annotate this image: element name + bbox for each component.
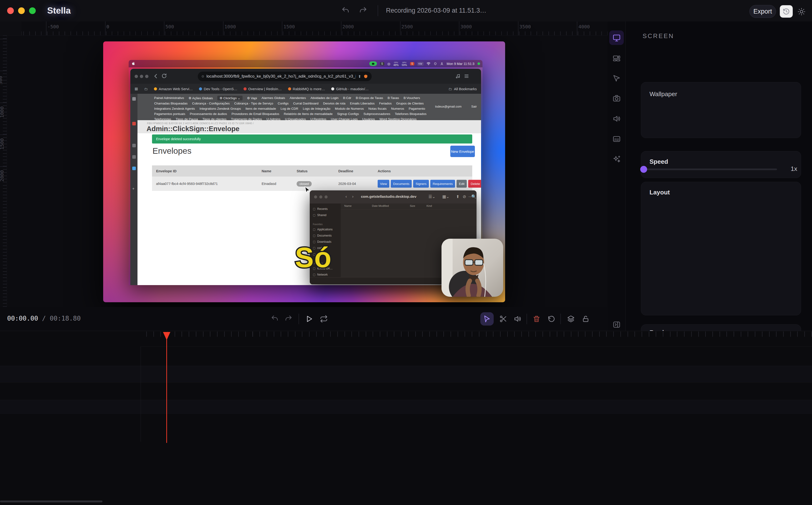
browser-reload-icon[interactable] [161,73,167,79]
redo-icon[interactable] [359,6,367,15]
finder-sidebar-item[interactable]: ▢Applications [313,228,333,231]
admin-nav-link[interactable]: ⚙ Ações Globais [189,96,213,100]
admin-nav-link[interactable]: Chamadas Bloqueadas [154,102,188,105]
side-shortcut-icon[interactable] [132,144,136,147]
all-bookmarks[interactable]: 🗀All Bookmarks [448,87,477,91]
close-traffic-light[interactable] [7,7,14,14]
layers-icon[interactable] [565,313,577,325]
search-icon[interactable]: 🔍 [471,194,476,199]
undo-icon[interactable] [341,6,350,15]
finder-forward-icon[interactable]: › [352,194,354,199]
admin-nav-link[interactable]: Processamento de áudios [190,112,227,116]
admin-nav-link[interactable]: Provedores de Email Bloqueados [232,112,279,116]
media-control-icon[interactable] [455,73,461,79]
admin-nav-link[interactable]: Log de CDR [281,107,298,111]
admin-nav-link[interactable]: Atendentes [290,96,306,100]
finder-column-header[interactable]: Name [344,204,352,207]
finder-share-icon[interactable]: ⬆ [456,194,459,199]
share-icon[interactable]: ⬆ [358,74,361,79]
side-shortcut-icon[interactable] [132,167,136,170]
camera-panel-icon[interactable] [609,91,624,106]
document-title[interactable]: Recording 2026-03-09 at 11.51.3… [386,7,486,14]
webcam-overlay[interactable] [442,239,503,297]
export-button[interactable]: Export [749,5,776,18]
cursor-panel-icon[interactable] [609,71,624,86]
timeline-redo-icon[interactable] [283,313,294,325]
list-view-icon[interactable]: ☰⌄ [428,194,435,199]
tag-icon[interactable]: ⊘ [463,194,466,199]
admin-nav-link[interactable]: Itens de mensalidade [245,107,276,111]
admin-nav-link[interactable]: ⚙ Vapi [247,96,257,100]
select-tool-button[interactable] [480,312,494,326]
zoom-traffic-light[interactable] [29,7,36,14]
loop-button[interactable] [318,313,330,325]
sidepanel-icon[interactable] [132,97,136,101]
timeline-ruler[interactable] [141,331,812,347]
lock-icon[interactable] [580,313,591,325]
audio-panel-icon[interactable] [609,111,624,126]
finder-file-row[interactable] [342,211,476,217]
finder-back-icon[interactable]: ‹ [345,194,347,199]
admin-nav-link[interactable]: Atividades de Login [311,96,339,100]
admin-nav-link[interactable]: Painel Administrativo [154,96,184,100]
browser-back-icon[interactable] [153,73,159,79]
finder-column-header[interactable]: Size [410,204,415,207]
bookmark-item[interactable]: Dev Tools - OpenS… [199,87,237,91]
finder-sidebar-item[interactable]: ▢Recents [313,207,328,211]
history-button[interactable] [780,5,793,18]
bookmark-folder-icon[interactable]: 🗀 [144,87,148,91]
browser-menu-icon[interactable] [464,73,469,79]
video-preview[interactable]: S ◎ CPU48% GPU59% S KM Mon 9 Mar 11:51:3 [103,41,505,302]
play-button[interactable] [303,313,315,325]
bookmark-item[interactable]: Overview | RedisIn… [243,87,282,91]
action-button-delete[interactable]: Delete [468,180,481,188]
finder-sidebar-item[interactable]: ▢Shared [313,213,326,217]
side-shortcut-icon[interactable] [132,122,136,126]
admin-nav-link[interactable]: Integrations Zendesk Groups [200,107,241,111]
side-add-icon[interactable]: + [132,187,136,190]
admin-nav-link[interactable]: Subprocessadores [364,112,390,116]
effects-panel-icon[interactable] [609,152,624,166]
side-shortcut-icon[interactable] [132,155,136,159]
admin-nav-link[interactable]: Notas fiscais [368,107,387,111]
url-bar[interactable]: localhost:3000/fb9_fpw8co_ke_bj0y30_ek_2… [198,71,372,81]
action-button-view[interactable]: View [378,180,389,188]
admin-nav-link[interactable]: Signup Configs [337,112,359,116]
admin-nav-link[interactable]: Logs de Integração [303,107,331,111]
new-envelope-button[interactable]: New Envelope [450,146,475,157]
admin-nav-link[interactable]: Feriados [379,102,392,105]
bookmark-item[interactable]: RabbitMQ is more… [288,87,325,91]
group-view-icon[interactable]: ▦⌄ [442,194,449,199]
minimize-traffic-light[interactable] [18,7,25,14]
admin-nav-link[interactable]: Configs [278,102,289,105]
admin-nav-link[interactable]: B:Grupos de Taxas [356,96,383,100]
delete-clip-icon[interactable] [531,313,542,325]
reset-clip-icon[interactable] [546,313,557,325]
timeline-scrollbar[interactable] [0,500,102,502]
admin-nav-link[interactable]: Integrations Zendesk Agents [154,107,195,111]
admin-nav-link[interactable]: Curral Dashboard [293,102,319,105]
admin-nav-link[interactable]: Cobrança - Tipo de Serviço [234,102,273,105]
admin-nav-link[interactable]: B:Cdr [343,96,351,100]
admin-nav-link[interactable]: B:Vouchers [403,96,420,100]
admin-nav-link[interactable]: Desvios de rota [323,102,345,105]
layout-panel-icon[interactable] [609,51,624,66]
timeline-undo-icon[interactable] [269,313,280,325]
admin-nav-link[interactable]: Telefones Bloqueados [395,112,427,116]
theme-toggle-icon[interactable] [796,6,807,17]
admin-nav-link[interactable]: Pagamentos pontuais [154,112,186,116]
action-button-requirements[interactable]: Requirements [430,180,455,188]
extension-shield-icon[interactable] [364,74,368,79]
playhead[interactable] [166,338,167,443]
finder-sidebar-item[interactable]: ▢Documents [313,234,332,237]
admin-nav-link[interactable]: Modulo de Numeros [335,107,364,111]
clip-audio-icon[interactable] [512,313,523,325]
admin-nav-link[interactable]: Relatório de Itens de mensalidade [284,112,333,116]
bookmark-item[interactable]: Amazon Web Servi… [154,87,193,91]
cut-tool-icon[interactable] [497,313,509,325]
bookmark-item[interactable]: GitHub - maudoin/… [331,87,369,91]
admin-nav-link[interactable]: Grupos de Clientes [396,102,424,105]
tab-groups-icon[interactable]: ▦ [135,87,138,91]
signout-link[interactable]: Sair [471,105,477,108]
finder-column-header[interactable]: Date Modified [372,204,389,207]
